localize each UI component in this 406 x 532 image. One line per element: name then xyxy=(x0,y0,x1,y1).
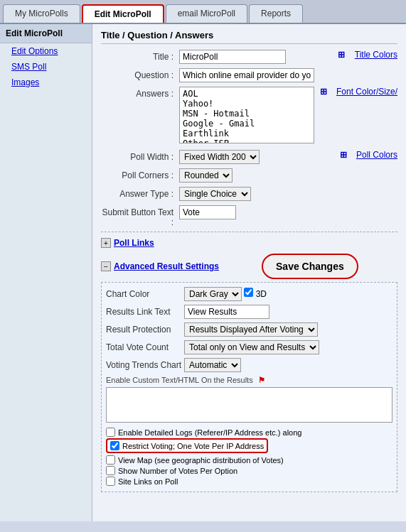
title-colors-text[interactable]: Title Colors xyxy=(355,50,397,60)
sidebar-header: Edit MicroPoll xyxy=(0,24,92,43)
question-input-wrap xyxy=(179,68,397,82)
site-links-label: Site Links on Poll xyxy=(118,477,178,486)
divider-1 xyxy=(101,232,397,232)
poll-width-row: Poll Width : Fixed Width 200 ⊞ Poll Colo… xyxy=(101,150,397,164)
chart-color-select[interactable]: Dark Gray xyxy=(184,287,242,301)
tab-edit-micropoll[interactable]: Edit MicroPoll xyxy=(82,4,164,23)
result-protection-input-wrap: Results Displayed After Voting xyxy=(184,322,392,337)
submit-button-input-wrap xyxy=(179,205,397,219)
voting-trends-select[interactable]: Automatic xyxy=(184,358,241,372)
poll-corners-row: Poll Corners : Rounded xyxy=(101,168,397,183)
poll-width-input-wrap: Fixed Width 200 xyxy=(179,150,337,164)
poll-corners-select[interactable]: Rounded xyxy=(179,168,233,183)
voting-trends-label: Voting Trends Chart xyxy=(106,360,184,370)
main-form: Title : ⊞ Title Colors Question : xyxy=(101,50,397,492)
tab-email-micropoll[interactable]: email MicroPoll xyxy=(166,4,247,23)
poll-links-header: + Poll Links xyxy=(101,238,397,248)
site-links-row: Site Links on Poll xyxy=(106,477,392,486)
results-link-label: Results Link Text xyxy=(106,307,184,317)
chart-color-row: Chart Color Dark Gray 3D xyxy=(106,287,392,301)
title-colors-expand: ⊞ xyxy=(338,50,345,60)
results-link-input[interactable] xyxy=(184,305,269,319)
result-protection-row: Result Protection Results Displayed Afte… xyxy=(106,322,392,337)
form-and-save: Title : ⊞ Title Colors Question : xyxy=(101,50,397,492)
sidebar-item-sms-poll[interactable]: SMS Poll xyxy=(0,59,92,75)
total-vote-row: Total Vote Count Total only on View and … xyxy=(106,340,392,354)
view-map-label: View Map (see geographic distribution of… xyxy=(118,456,284,465)
sidebar-item-edit-options[interactable]: Edit Options xyxy=(0,43,92,59)
answers-textarea[interactable]: AOL Yahoo! MSN - Hotmail Google - Gmail … xyxy=(179,87,314,143)
enable-logs-label: Enable Detailed Logs (Referer/IP Address… xyxy=(118,428,301,437)
poll-links-label[interactable]: Poll Links xyxy=(114,238,154,248)
restrict-voting-label: Restrict Voting; One Vote Per IP Address xyxy=(122,442,264,450)
poll-colors-text[interactable]: Poll Colors xyxy=(356,150,397,160)
view-map-checkbox[interactable] xyxy=(106,455,115,465)
chart-color-input-wrap: Dark Gray 3D xyxy=(184,287,392,301)
main-container: Edit MicroPoll Edit Options SMS Poll Ima… xyxy=(0,24,406,521)
sidebar-item-images[interactable]: Images xyxy=(0,75,92,90)
advanced-box: Chart Color Dark Gray 3D Results Link Te… xyxy=(101,282,397,492)
poll-width-select[interactable]: Fixed Width 200 xyxy=(179,150,260,164)
question-label: Question : xyxy=(101,68,179,80)
voting-trends-row: Voting Trends Chart Automatic xyxy=(106,358,392,372)
restrict-voting-checkbox[interactable] xyxy=(110,441,119,450)
submit-button-input[interactable] xyxy=(179,205,236,219)
answer-type-input-wrap: Single Choice xyxy=(179,187,397,201)
total-vote-label: Total Vote Count xyxy=(106,342,184,352)
custom-text-icon: ⚑ xyxy=(258,376,265,384)
site-links-checkbox[interactable] xyxy=(106,477,115,486)
result-protection-select[interactable]: Results Displayed After Voting xyxy=(184,322,318,337)
title-input[interactable] xyxy=(179,50,286,64)
font-color-text[interactable]: Font Color/Size/ xyxy=(336,87,397,97)
poll-colors-link[interactable]: ⊞ Poll Colors xyxy=(340,150,397,160)
submit-button-label: Submit Button Text : xyxy=(101,205,179,227)
save-changes-button[interactable]: Save Changes xyxy=(262,254,358,279)
content-area: Title / Question / Answers Title : ⊞ Tit… xyxy=(92,24,406,521)
custom-text-textarea[interactable] xyxy=(106,387,392,423)
poll-width-label: Poll Width : xyxy=(101,150,179,162)
show-number-checkbox[interactable] xyxy=(106,466,115,475)
result-protection-label: Result Protection xyxy=(106,325,184,335)
tab-reports[interactable]: Reports xyxy=(249,4,303,23)
total-vote-input-wrap: Total only on View and Results xyxy=(184,340,392,354)
enable-logs-checkbox[interactable] xyxy=(106,428,115,437)
section-title: Title / Question / Answers xyxy=(101,30,397,44)
chart-3d-checkbox[interactable] xyxy=(244,288,253,297)
advanced-label[interactable]: Advanced Result Settings xyxy=(114,261,219,271)
advanced-header: − Advanced Result Settings Save Changes xyxy=(101,254,397,279)
chart-color-label: Chart Color xyxy=(106,289,184,299)
answers-row: Answers : AOL Yahoo! MSN - Hotmail Googl… xyxy=(101,87,397,146)
results-link-input-wrap xyxy=(184,305,392,319)
title-colors-link[interactable]: ⊞ Title Colors xyxy=(338,50,397,60)
custom-text-row: Enable Custom Text/HTML On the Results ⚑ xyxy=(106,376,392,425)
poll-corners-input-wrap: Rounded xyxy=(179,168,397,183)
view-map-row: View Map (see geographic distribution of… xyxy=(106,455,392,465)
restrict-voting-row: Restrict Voting; One Vote Per IP Address xyxy=(106,438,392,453)
answer-type-label: Answer Type : xyxy=(101,187,179,199)
show-number-row: Show Number of Votes Per Option xyxy=(106,466,392,475)
poll-links-expand-icon[interactable]: + xyxy=(101,238,111,248)
answer-type-row: Answer Type : Single Choice xyxy=(101,187,397,201)
answers-input-wrap: AOL Yahoo! MSN - Hotmail Google - Gmail … xyxy=(179,87,317,146)
advanced-expand-icon[interactable]: − xyxy=(101,261,111,271)
answers-label: Answers : xyxy=(101,87,179,99)
tab-my-micropolls[interactable]: My MicroPolls xyxy=(3,4,80,23)
poll-corners-label: Poll Corners : xyxy=(101,168,179,180)
title-row: Title : ⊞ Title Colors xyxy=(101,50,397,64)
poll-colors-expand: ⊞ xyxy=(340,150,347,160)
question-input[interactable] xyxy=(179,68,314,82)
restrict-voting-highlight: Restrict Voting; One Vote Per IP Address xyxy=(106,438,268,453)
font-color-link[interactable]: ⊞ Font Color/Size/ xyxy=(320,87,397,97)
custom-text-label: Enable Custom Text/HTML On the Results ⚑ xyxy=(106,376,392,385)
title-input-wrap xyxy=(179,50,338,64)
results-link-row: Results Link Text xyxy=(106,305,392,319)
font-color-expand: ⊞ xyxy=(320,87,327,97)
chart-3d-label: 3D xyxy=(256,289,267,299)
question-row: Question : xyxy=(101,68,397,82)
voting-trends-input-wrap: Automatic xyxy=(184,358,392,372)
answer-type-select[interactable]: Single Choice xyxy=(179,187,251,201)
top-nav: My MicroPolls Edit MicroPoll email Micro… xyxy=(0,0,406,24)
total-vote-select[interactable]: Total only on View and Results xyxy=(184,340,319,354)
submit-button-row: Submit Button Text : xyxy=(101,205,397,227)
show-number-label: Show Number of Votes Per Option xyxy=(118,467,237,475)
